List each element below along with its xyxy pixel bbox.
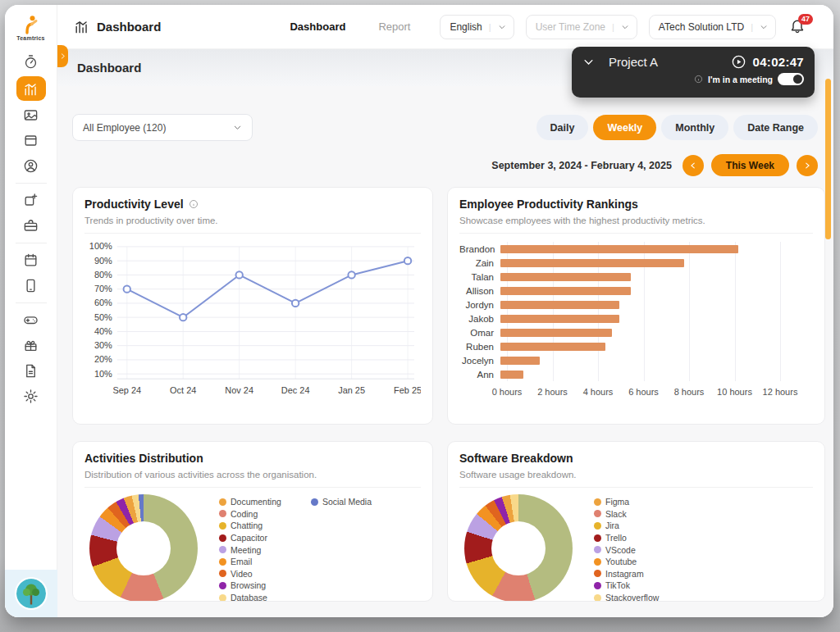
info-icon[interactable]	[189, 199, 199, 209]
legend-item: Slack	[594, 508, 659, 521]
notifications-button[interactable]: 47	[789, 17, 806, 37]
tab-weekly[interactable]: Weekly	[593, 115, 656, 140]
tab-date-range[interactable]: Date Range	[733, 115, 818, 140]
svg-text:50%: 50%	[94, 312, 112, 322]
timer-icon	[23, 54, 39, 70]
legend-dot	[219, 498, 226, 506]
rankings-bar-chart: BrandonZainTalanAllisonJordynJakobOmarRu…	[459, 242, 780, 399]
sidebar-item-employees[interactable]	[16, 155, 46, 177]
x-axis-tick: 4 hours	[583, 387, 614, 397]
ranking-row: Ruben	[459, 339, 780, 353]
gamepad-icon	[23, 312, 39, 328]
tablet-icon	[23, 278, 39, 293]
x-axis-tick: 6 hours	[628, 387, 659, 397]
next-week-button[interactable]	[797, 155, 818, 176]
nav-report[interactable]: Report	[378, 20, 410, 33]
date-range-label: September 3, 2024 - February 4, 2025	[491, 160, 672, 171]
language-select[interactable]: English|	[440, 15, 514, 39]
dashboard-icon	[23, 81, 39, 97]
meeting-toggle-label: I'm in a meeting	[708, 75, 773, 84]
sidebar-item-apps[interactable]	[16, 130, 46, 152]
app-window: Teamtrics	[5, 5, 833, 617]
card-subtitle: Showcase employees with the highest prod…	[459, 216, 813, 225]
tab-monthly[interactable]: Monthly	[661, 115, 728, 140]
ranking-bar	[500, 371, 523, 379]
legend-dot	[219, 558, 226, 566]
sidebar-item-timer[interactable]	[16, 51, 46, 73]
ranking-row: Zain	[459, 256, 780, 270]
prev-week-button[interactable]	[682, 155, 704, 176]
chevron-left-icon	[689, 161, 697, 170]
software-donut-chart	[464, 494, 573, 602]
meeting-toggle[interactable]	[778, 73, 804, 85]
svg-text:40%: 40%	[94, 326, 112, 336]
employee-name: Allison	[459, 286, 500, 296]
add-box-icon	[23, 193, 39, 208]
chevron-down-icon	[760, 23, 768, 31]
legend-item: Meeting	[219, 543, 281, 556]
chevron-right-icon	[803, 161, 811, 170]
legend-item: Browsing	[219, 580, 281, 592]
employee-name: Omar	[459, 328, 500, 338]
productivity-line-chart: 100%90%80%70%60%50%40%30%20%10%Sep 24Oct…	[84, 237, 421, 407]
chevron-down-icon[interactable]	[582, 56, 595, 68]
sidebar-item-screenshots[interactable]	[16, 104, 46, 126]
sidebar-item-new-project[interactable]	[16, 189, 46, 211]
svg-text:Sep 24: Sep 24	[112, 385, 141, 395]
chevron-down-icon	[621, 23, 629, 31]
calendar-icon	[23, 252, 39, 268]
card-subtitle: Trends in productivity over time.	[84, 216, 421, 225]
this-week-button[interactable]: This Week	[711, 154, 789, 176]
svg-text:10%: 10%	[94, 369, 112, 379]
legend-dot	[594, 534, 601, 542]
legend-item: Documenting	[219, 496, 281, 508]
svg-text:Jan 25: Jan 25	[338, 385, 365, 395]
legend-dot	[594, 498, 601, 506]
company-select[interactable]: ATech Solution LTD|	[649, 15, 776, 39]
avatar-image	[16, 579, 46, 608]
sidebar-item-games[interactable]	[16, 309, 46, 331]
ranking-row: Talan	[459, 270, 780, 284]
gear-icon	[23, 389, 39, 404]
sidebar-item-reports[interactable]	[16, 360, 46, 382]
ranking-bar	[500, 357, 540, 365]
sidebar-item-rewards[interactable]	[16, 334, 46, 357]
employee-name: Talan	[459, 272, 500, 282]
employee-name: Jordyn	[459, 300, 500, 310]
timezone-select[interactable]: User Time Zone|	[526, 15, 637, 39]
sidebar-item-calendar[interactable]	[16, 249, 46, 271]
logo-icon	[21, 15, 40, 34]
ranking-bar	[500, 245, 738, 253]
project-timer-widget: Project A 04:02:47 I'm in a meeting	[572, 47, 815, 98]
sidebar-expand-button[interactable]	[57, 45, 68, 67]
sidebar-item-projects[interactable]	[16, 215, 46, 237]
page-scrollbar[interactable]	[825, 79, 831, 239]
sidebar-divider	[16, 183, 47, 184]
legend-dot	[594, 558, 601, 566]
app-logo[interactable]: Teamtrics	[16, 15, 44, 41]
legend-dot	[594, 522, 601, 530]
sidebar-item-dashboard[interactable]	[16, 76, 46, 101]
legend-dot	[219, 534, 226, 542]
play-icon[interactable]	[731, 54, 746, 70]
legend-dot	[219, 594, 226, 602]
ranking-row: Ann	[459, 367, 780, 381]
svg-text:Nov 24: Nov 24	[225, 385, 253, 395]
info-icon	[694, 75, 703, 84]
sidebar-item-settings[interactable]	[16, 385, 46, 407]
sidebar-divider	[16, 302, 47, 303]
card-title: Productivity Level	[84, 198, 184, 211]
employee-name: Zain	[459, 258, 500, 268]
legend-item: Instagram	[594, 568, 659, 580]
sidebar-item-devices[interactable]	[16, 275, 46, 297]
x-axis-tick: 2 hours	[537, 387, 568, 397]
user-avatar[interactable]	[16, 579, 46, 608]
employee-select[interactable]: All Employee (120)	[72, 114, 253, 141]
legend-item: Youtube	[594, 556, 659, 568]
project-name[interactable]: Project A	[609, 55, 658, 69]
ranking-row: Omar	[459, 325, 780, 339]
tab-daily[interactable]: Daily	[536, 115, 589, 140]
nav-dashboard[interactable]: Dashboard	[290, 20, 345, 33]
content-area: All Employee (120) Daily Weekly Monthly …	[57, 86, 833, 617]
productivity-level-card: Productivity Level Trends in productivit…	[72, 187, 433, 425]
